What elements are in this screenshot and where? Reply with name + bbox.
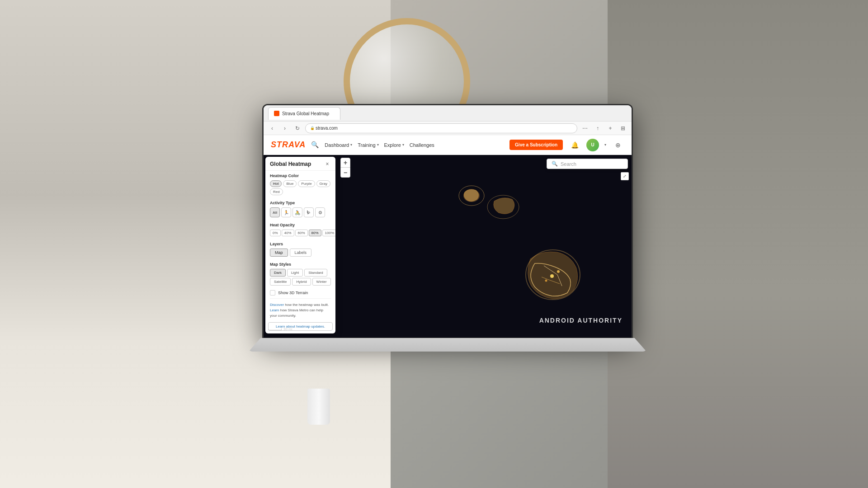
nav-item-explore[interactable]: Explore ▾ — [384, 142, 404, 148]
bell-button[interactable]: 🔔 — [568, 139, 581, 151]
activity-all-button[interactable]: All — [270, 207, 280, 217]
heatmap-panel: Global Heatmap × Heatmap Color Hot Blue … — [265, 157, 335, 333]
opacity-buttons: 0% 40% 60% 80% 100% — [270, 230, 331, 236]
heatmap-color-section: Heatmap Color Hot Blue Purple Gray Red — [265, 171, 335, 198]
style-satellite-button[interactable]: Satellite — [270, 278, 291, 286]
browser-back-button[interactable]: ‹ — [267, 123, 277, 133]
browser-tab-bar: Strava Global Heatmap — [264, 105, 632, 122]
terrain-label: Show 3D Terrain — [278, 291, 308, 295]
map-style-buttons: Dark Light Standard — [270, 269, 331, 277]
tab-favicon — [274, 111, 279, 116]
lock-icon: 🔒 — [310, 126, 314, 131]
scale-label: 30 mi — [283, 327, 292, 331]
map-styles-section: Map Styles Dark Light Standard Satellite… — [265, 259, 335, 288]
android-authority-watermark: Android Authority — [539, 317, 623, 324]
activity-type-label: Activity Type — [270, 201, 331, 205]
opacity-100-button[interactable]: 100% — [322, 230, 335, 236]
avatar-chevron: ▾ — [604, 143, 606, 147]
panel-title: Global Heatmap — [270, 161, 311, 167]
laptop-container: Strava Global Heatmap ‹ › ↻ 🔒 strava.com… — [262, 104, 633, 361]
user-avatar[interactable]: U — [586, 139, 599, 151]
style-winter-button[interactable]: Winter — [312, 278, 331, 286]
style-dark-button[interactable]: Dark — [270, 269, 286, 277]
browser-chrome: Strava Global Heatmap ‹ › ↻ 🔒 strava.com… — [264, 105, 632, 338]
nav-item-challenges[interactable]: Challenges — [410, 142, 434, 148]
canister-decoration — [307, 389, 330, 425]
heat-opacity-section: Heat Opacity 0% 40% 60% 80% 100% — [265, 220, 335, 239]
map-expand-button[interactable]: ⤢ — [621, 172, 629, 180]
style-hybrid-button[interactable]: Hybrid — [292, 278, 311, 286]
layer-map-button[interactable]: Map — [270, 249, 288, 257]
color-red-button[interactable]: Red — [270, 188, 283, 195]
layers-label: Layers — [270, 242, 331, 246]
svg-point-6 — [545, 280, 547, 282]
heat-opacity-label: Heat Opacity — [270, 223, 331, 227]
browser-sidebar-button[interactable]: ⊞ — [618, 123, 628, 133]
layer-labels-button[interactable]: Labels — [290, 249, 312, 257]
scale-line — [268, 328, 282, 330]
color-blue-button[interactable]: Blue — [283, 180, 297, 187]
panel-footer: Discover how the heatmap was built. Lear… — [265, 299, 335, 322]
activity-ride-button[interactable]: 🚴 — [292, 207, 302, 217]
address-bar[interactable]: 🔒 strava.com — [305, 123, 577, 133]
tab-title: Strava Global Heatmap — [282, 111, 329, 116]
map-styles-label: Map Styles — [270, 262, 331, 267]
dashboard-chevron: ▾ — [350, 143, 352, 147]
browser-controls: ‹ › ↻ 🔒 strava.com ⋯ ↑ + ⊞ — [264, 122, 632, 135]
opacity-60-button[interactable]: 60% — [295, 230, 308, 236]
browser-share-button[interactable]: ↑ — [593, 123, 603, 133]
url-text: strava.com — [316, 126, 338, 131]
terrain-checkbox[interactable] — [270, 290, 275, 296]
color-purple-button[interactable]: Purple — [298, 180, 315, 187]
layer-buttons: Map Labels — [270, 249, 331, 257]
style-standard-button[interactable]: Standard — [304, 269, 327, 277]
svg-point-4 — [550, 274, 554, 278]
panel-header: Global Heatmap × — [265, 157, 335, 171]
main-map-area: Global Heatmap × Heatmap Color Hot Blue … — [264, 155, 632, 338]
laptop-base — [249, 338, 646, 352]
activity-type-section: Activity Type All 🏃 🚴 ⛷ ⚙ — [265, 198, 335, 220]
opacity-40-button[interactable]: 40% — [282, 230, 294, 236]
add-button[interactable]: ⊕ — [612, 139, 624, 151]
search-box-placeholder: Search — [561, 161, 623, 167]
laptop-screen: Strava Global Heatmap ‹ › ↻ 🔒 strava.com… — [262, 104, 633, 339]
browser-more-button[interactable]: ⋯ — [580, 123, 590, 133]
scale-bar: 30 mi — [268, 327, 292, 331]
svg-point-5 — [557, 270, 560, 273]
opacity-0-button[interactable]: 0% — [270, 230, 281, 236]
browser-newtab-button[interactable]: + — [605, 123, 615, 133]
map-search-overlay: 🔍 Search — [547, 159, 628, 169]
heatmap-color-label: Heatmap Color — [270, 174, 331, 178]
activity-run-button[interactable]: 🏃 — [281, 207, 291, 217]
activity-type-buttons: All 🏃 🚴 ⛷ ⚙ — [270, 207, 331, 217]
search-box-icon: 🔍 — [552, 161, 558, 167]
style-light-button[interactable]: Light — [287, 269, 303, 277]
map-style-buttons-row2: Satellite Hybrid Winter — [270, 278, 331, 286]
activity-other-button[interactable]: ⚙ — [315, 207, 325, 217]
training-chevron: ▾ — [377, 143, 379, 147]
nav-item-dashboard[interactable]: Dashboard ▾ — [325, 142, 352, 148]
map-search-box[interactable]: 🔍 Search — [547, 159, 628, 169]
explore-chevron: ▾ — [402, 143, 404, 147]
zoom-in-button[interactable]: + — [340, 158, 350, 168]
activity-ski-button[interactable]: ⛷ — [304, 207, 314, 217]
map-zoom-controls: + − — [340, 158, 350, 178]
discover-link[interactable]: Discover — [270, 303, 284, 307]
learn-link[interactable]: Learn — [270, 308, 279, 312]
zoom-out-button[interactable]: − — [340, 168, 350, 178]
nav-search-icon[interactable]: 🔍 — [311, 141, 319, 149]
show-3d-terrain-toggle[interactable]: Show 3D Terrain — [265, 288, 335, 298]
browser-forward-button[interactable]: › — [280, 123, 290, 133]
browser-tab[interactable]: Strava Global Heatmap — [268, 107, 340, 120]
panel-close-button[interactable]: × — [324, 160, 331, 168]
browser-reload-button[interactable]: ↻ — [292, 123, 302, 133]
heatmap-color-buttons: Hot Blue Purple Gray Red — [270, 180, 331, 195]
strava-navbar: STRAVA 🔍 Dashboard ▾ Training ▾ Explore … — [264, 135, 632, 155]
color-gray-button[interactable]: Gray — [316, 180, 330, 187]
subscribe-button[interactable]: Give a Subscription — [509, 140, 563, 150]
nav-item-training[interactable]: Training ▾ — [358, 142, 378, 148]
layers-section: Layers Map Labels — [265, 239, 335, 259]
color-hot-button[interactable]: Hot — [270, 180, 282, 187]
strava-logo: STRAVA — [271, 140, 306, 150]
opacity-80-button[interactable]: 80% — [309, 230, 321, 236]
